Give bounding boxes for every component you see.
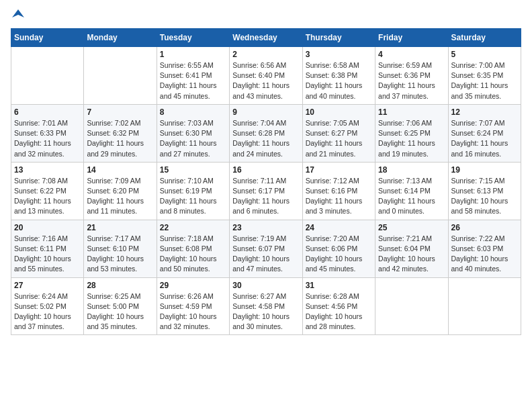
day-number: 12 xyxy=(451,107,518,117)
day-number: 20 xyxy=(14,223,81,232)
day-number: 30 xyxy=(232,281,299,290)
day-cell-27: 27Sunrise: 6:24 AMSunset: 5:02 PMDayligh… xyxy=(11,277,84,335)
day-cell-28: 28Sunrise: 6:25 AMSunset: 5:00 PMDayligh… xyxy=(84,277,157,335)
calendar: SundayMondayTuesdayWednesdayThursdayFrid… xyxy=(11,28,521,335)
day-number: 13 xyxy=(14,165,81,175)
day-info: Sunrise: 7:20 AMSunset: 6:06 PMDaylight:… xyxy=(306,234,372,275)
empty-cell xyxy=(84,47,157,105)
day-number: 11 xyxy=(378,107,445,117)
weekday-header-row: SundayMondayTuesdayWednesdayThursdayFrid… xyxy=(11,29,521,47)
day-info: Sunrise: 7:21 AMSunset: 6:04 PMDaylight:… xyxy=(378,234,445,275)
day-info: Sunrise: 7:06 AMSunset: 6:25 PMDaylight:… xyxy=(378,118,445,159)
day-cell-9: 9Sunrise: 7:04 AMSunset: 6:28 PMDaylight… xyxy=(230,104,302,162)
day-cell-1: 1Sunrise: 6:55 AMSunset: 6:41 PMDaylight… xyxy=(157,47,229,105)
day-cell-12: 12Sunrise: 7:07 AMSunset: 6:24 PMDayligh… xyxy=(448,104,521,162)
day-info: Sunrise: 7:19 AMSunset: 6:07 PMDaylight:… xyxy=(232,234,299,275)
day-info: Sunrise: 6:28 AMSunset: 4:56 PMDaylight:… xyxy=(306,291,372,332)
day-number: 15 xyxy=(160,165,226,175)
day-info: Sunrise: 7:08 AMSunset: 6:22 PMDaylight:… xyxy=(14,176,81,217)
day-info: Sunrise: 7:17 AMSunset: 6:10 PMDaylight:… xyxy=(87,234,153,275)
day-number: 18 xyxy=(378,165,445,175)
empty-cell xyxy=(448,277,521,335)
day-cell-20: 20Sunrise: 7:16 AMSunset: 6:11 PMDayligh… xyxy=(11,220,84,277)
day-info: Sunrise: 7:18 AMSunset: 6:08 PMDaylight:… xyxy=(160,234,226,275)
day-number: 7 xyxy=(87,107,153,117)
week-row-1: 1Sunrise: 6:55 AMSunset: 6:41 PMDaylight… xyxy=(11,47,521,105)
day-info: Sunrise: 7:22 AMSunset: 6:03 PMDaylight:… xyxy=(451,234,518,275)
day-info: Sunrise: 7:09 AMSunset: 6:20 PMDaylight:… xyxy=(87,176,153,217)
day-info: Sunrise: 7:05 AMSunset: 6:27 PMDaylight:… xyxy=(306,118,372,159)
day-number: 16 xyxy=(232,165,299,175)
day-cell-4: 4Sunrise: 6:59 AMSunset: 6:36 PMDaylight… xyxy=(375,47,448,105)
day-cell-6: 6Sunrise: 7:01 AMSunset: 6:33 PMDaylight… xyxy=(11,104,84,162)
day-number: 2 xyxy=(232,50,299,59)
day-cell-7: 7Sunrise: 7:02 AMSunset: 6:32 PMDaylight… xyxy=(84,104,157,162)
day-cell-22: 22Sunrise: 7:18 AMSunset: 6:08 PMDayligh… xyxy=(157,220,229,277)
day-number: 22 xyxy=(160,223,226,232)
day-number: 4 xyxy=(378,50,445,59)
day-number: 21 xyxy=(87,223,153,232)
day-number: 6 xyxy=(14,107,81,117)
svg-marker-0 xyxy=(12,9,24,17)
weekday-header-friday: Friday xyxy=(375,29,448,47)
day-info: Sunrise: 7:02 AMSunset: 6:32 PMDaylight:… xyxy=(87,118,153,159)
day-info: Sunrise: 7:00 AMSunset: 6:35 PMDaylight:… xyxy=(451,60,518,101)
day-cell-13: 13Sunrise: 7:08 AMSunset: 6:22 PMDayligh… xyxy=(11,162,84,220)
header xyxy=(11,11,521,20)
day-info: Sunrise: 7:10 AMSunset: 6:19 PMDaylight:… xyxy=(160,176,226,217)
day-number: 23 xyxy=(232,223,299,232)
day-number: 28 xyxy=(87,281,153,290)
day-cell-24: 24Sunrise: 7:20 AMSunset: 6:06 PMDayligh… xyxy=(302,220,375,277)
day-info: Sunrise: 7:16 AMSunset: 6:11 PMDaylight:… xyxy=(14,234,81,275)
day-info: Sunrise: 7:07 AMSunset: 6:24 PMDaylight:… xyxy=(451,118,518,159)
day-info: Sunrise: 7:01 AMSunset: 6:33 PMDaylight:… xyxy=(14,118,81,159)
week-row-2: 6Sunrise: 7:01 AMSunset: 6:33 PMDaylight… xyxy=(11,104,521,162)
day-cell-21: 21Sunrise: 7:17 AMSunset: 6:10 PMDayligh… xyxy=(84,220,157,277)
week-row-3: 13Sunrise: 7:08 AMSunset: 6:22 PMDayligh… xyxy=(11,162,521,220)
day-cell-2: 2Sunrise: 6:56 AMSunset: 6:40 PMDaylight… xyxy=(230,47,302,105)
day-info: Sunrise: 6:59 AMSunset: 6:36 PMDaylight:… xyxy=(378,60,445,101)
day-number: 19 xyxy=(451,165,518,175)
day-cell-30: 30Sunrise: 6:27 AMSunset: 4:58 PMDayligh… xyxy=(230,277,302,335)
day-number: 31 xyxy=(306,281,372,290)
weekday-header-thursday: Thursday xyxy=(302,29,375,47)
weekday-header-wednesday: Wednesday xyxy=(230,29,302,47)
day-number: 17 xyxy=(306,165,372,175)
day-info: Sunrise: 7:12 AMSunset: 6:16 PMDaylight:… xyxy=(306,176,372,217)
day-cell-10: 10Sunrise: 7:05 AMSunset: 6:27 PMDayligh… xyxy=(302,104,375,162)
weekday-header-monday: Monday xyxy=(84,29,157,47)
day-cell-19: 19Sunrise: 7:15 AMSunset: 6:13 PMDayligh… xyxy=(448,162,521,220)
day-number: 5 xyxy=(451,50,518,59)
day-info: Sunrise: 7:15 AMSunset: 6:13 PMDaylight:… xyxy=(451,176,518,217)
day-number: 10 xyxy=(306,107,372,117)
day-number: 24 xyxy=(306,223,372,232)
day-number: 3 xyxy=(306,50,372,59)
day-info: Sunrise: 6:27 AMSunset: 4:58 PMDaylight:… xyxy=(232,291,299,332)
day-cell-31: 31Sunrise: 6:28 AMSunset: 4:56 PMDayligh… xyxy=(302,277,375,335)
day-info: Sunrise: 6:26 AMSunset: 4:59 PMDaylight:… xyxy=(160,291,226,332)
empty-cell xyxy=(375,277,448,335)
day-info: Sunrise: 6:58 AMSunset: 6:38 PMDaylight:… xyxy=(306,60,372,101)
day-cell-11: 11Sunrise: 7:06 AMSunset: 6:25 PMDayligh… xyxy=(375,104,448,162)
day-cell-16: 16Sunrise: 7:11 AMSunset: 6:17 PMDayligh… xyxy=(230,162,302,220)
day-number: 26 xyxy=(451,223,518,232)
day-info: Sunrise: 6:56 AMSunset: 6:40 PMDaylight:… xyxy=(232,60,299,101)
day-cell-14: 14Sunrise: 7:09 AMSunset: 6:20 PMDayligh… xyxy=(84,162,157,220)
week-row-5: 27Sunrise: 6:24 AMSunset: 5:02 PMDayligh… xyxy=(11,277,521,335)
day-info: Sunrise: 6:25 AMSunset: 5:00 PMDaylight:… xyxy=(87,291,153,332)
day-number: 27 xyxy=(14,281,81,290)
day-cell-29: 29Sunrise: 6:26 AMSunset: 4:59 PMDayligh… xyxy=(157,277,229,335)
day-info: Sunrise: 6:55 AMSunset: 6:41 PMDaylight:… xyxy=(160,60,226,101)
logo-bird-icon xyxy=(12,8,24,20)
weekday-header-tuesday: Tuesday xyxy=(157,29,229,47)
empty-cell xyxy=(11,47,84,105)
day-number: 1 xyxy=(160,50,226,59)
day-number: 29 xyxy=(160,281,226,290)
day-cell-8: 8Sunrise: 7:03 AMSunset: 6:30 PMDaylight… xyxy=(157,104,229,162)
day-cell-5: 5Sunrise: 7:00 AMSunset: 6:35 PMDaylight… xyxy=(448,47,521,105)
day-cell-3: 3Sunrise: 6:58 AMSunset: 6:38 PMDaylight… xyxy=(302,47,375,105)
day-number: 8 xyxy=(160,107,226,117)
day-cell-15: 15Sunrise: 7:10 AMSunset: 6:19 PMDayligh… xyxy=(157,162,229,220)
day-info: Sunrise: 7:04 AMSunset: 6:28 PMDaylight:… xyxy=(232,118,299,159)
day-info: Sunrise: 7:13 AMSunset: 6:14 PMDaylight:… xyxy=(378,176,445,217)
